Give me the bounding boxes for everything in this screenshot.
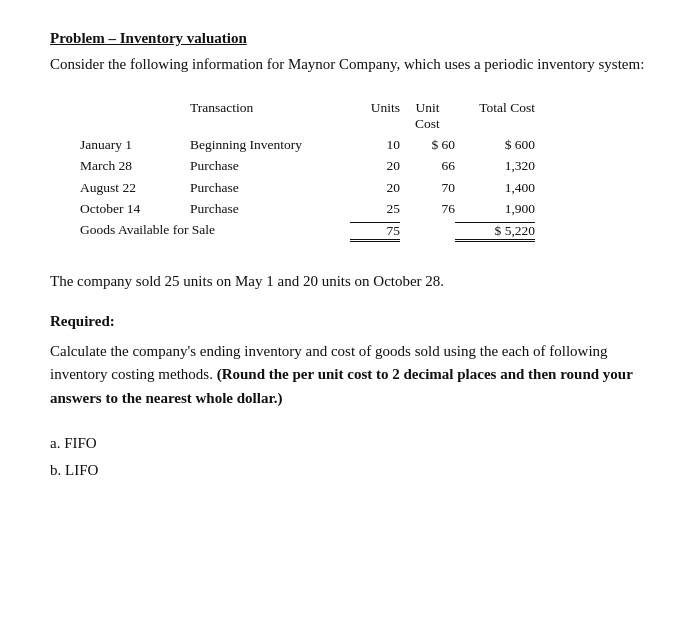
table-row: March 28 Purchase 20 66 1,320 xyxy=(80,155,650,177)
col-unit-cost-header: Unit Cost xyxy=(400,100,455,132)
table-row: October 14 Purchase 25 76 1,900 xyxy=(80,198,650,220)
units-cell: 20 xyxy=(350,155,400,177)
table-header-row: Transaction Units Unit Cost Total Cost xyxy=(80,100,650,132)
units-cell: 10 xyxy=(350,134,400,156)
totals-units-cell: 75 xyxy=(350,222,400,242)
date-cell: October 14 xyxy=(80,198,190,220)
units-cell: 20 xyxy=(350,177,400,199)
sold-text: The company sold 25 units on May 1 and 2… xyxy=(50,270,650,293)
transaction-cell: Purchase xyxy=(190,177,350,199)
transaction-cell: Purchase xyxy=(190,155,350,177)
list-item: a. FIFO xyxy=(50,430,650,457)
table-row: January 1 Beginning Inventory 10 $ 60 $ … xyxy=(80,134,650,156)
unit-cost-cell: 76 xyxy=(400,198,455,220)
table-row: August 22 Purchase 20 70 1,400 xyxy=(80,177,650,199)
totals-unit-cost-spacer xyxy=(400,222,455,242)
units-cell: 25 xyxy=(350,198,400,220)
date-cell: January 1 xyxy=(80,134,190,156)
date-cell: March 28 xyxy=(80,155,190,177)
problem-title: Problem – Inventory valuation xyxy=(50,30,650,47)
date-cell: August 22 xyxy=(80,177,190,199)
list-item: b. LIFO xyxy=(50,457,650,484)
unit-cost-top: Unit xyxy=(415,100,439,116)
col-transaction-header: Transaction xyxy=(190,100,350,132)
calculate-text: Calculate the company's ending inventory… xyxy=(50,340,650,410)
totals-total-cost-cell: $ 5,220 xyxy=(455,222,535,242)
col-total-cost-header: Total Cost xyxy=(455,100,535,132)
intro-text: Consider the following information for M… xyxy=(50,53,650,76)
unit-cost-cell: 70 xyxy=(400,177,455,199)
total-cost-cell: 1,900 xyxy=(455,198,535,220)
totals-label-cell: Goods Available for Sale xyxy=(80,222,350,242)
total-cost-cell: $ 600 xyxy=(455,134,535,156)
transaction-cell: Beginning Inventory xyxy=(190,134,350,156)
totals-row: Goods Available for Sale 75 $ 5,220 xyxy=(80,222,650,242)
required-heading: Required: xyxy=(50,313,650,330)
inventory-table: Transaction Units Unit Cost Total Cost J… xyxy=(80,100,650,242)
total-cost-cell: 1,400 xyxy=(455,177,535,199)
unit-cost-cell: $ 60 xyxy=(400,134,455,156)
col-units-header: Units xyxy=(350,100,400,132)
unit-cost-bottom: Cost xyxy=(415,116,440,132)
transaction-cell: Purchase xyxy=(190,198,350,220)
total-cost-cell: 1,320 xyxy=(455,155,535,177)
answer-options: a. FIFO b. LIFO xyxy=(50,430,650,484)
col-date-header xyxy=(80,100,190,132)
unit-cost-cell: 66 xyxy=(400,155,455,177)
